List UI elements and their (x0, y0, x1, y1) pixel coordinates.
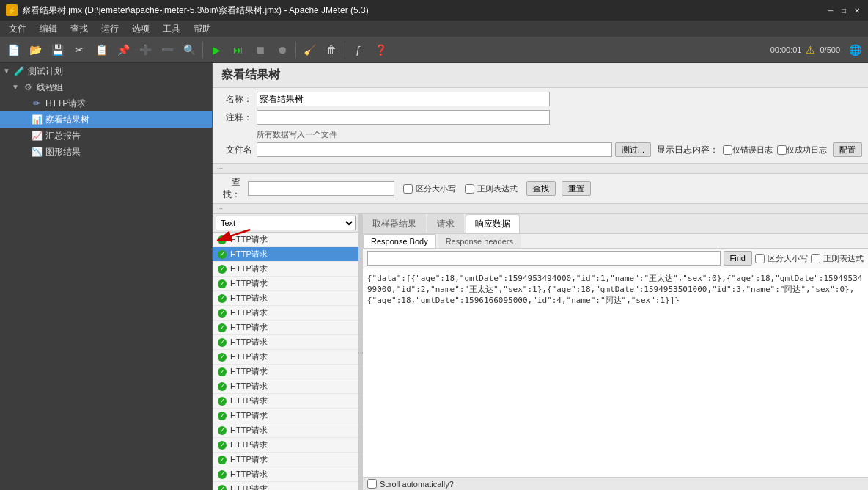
sidebar-item-http[interactable]: ✏ HTTP请求 (0, 95, 212, 111)
search-label: 查找： (218, 176, 245, 201)
error-count: 0/500 (820, 45, 840, 54)
response-regex-checkbox[interactable] (811, 254, 820, 263)
minimize-button[interactable]: ─ (825, 5, 836, 15)
request-item[interactable]: ✓HTTP请求 (213, 306, 358, 321)
menu-edit[interactable]: 编辑 (34, 21, 63, 37)
start-no-pause-button[interactable]: ⏭ (228, 40, 249, 60)
request-item-label: HTTP请求 (230, 351, 268, 362)
cut-button[interactable]: ✂ (69, 40, 89, 60)
function-helper-button[interactable]: ƒ (348, 40, 369, 60)
status-icon: ✓ (217, 455, 227, 465)
request-item[interactable]: ✓HTTP请求 (213, 350, 358, 365)
request-item[interactable]: ✓HTTP请求 (213, 409, 358, 423)
error-log-checkbox[interactable] (723, 145, 732, 155)
add-button[interactable]: ➕ (135, 40, 155, 60)
sidebar-label-threadgroup: 线程组 (37, 81, 63, 94)
request-item[interactable]: ✓HTTP请求 (213, 467, 358, 482)
file-input[interactable] (257, 142, 612, 157)
name-input[interactable] (257, 92, 550, 106)
status-icon: ✓ (217, 381, 227, 392)
response-case-checkbox[interactable] (755, 254, 765, 263)
paste-button[interactable]: 📌 (113, 40, 133, 60)
request-item-label: HTTP请求 (230, 483, 268, 490)
request-item[interactable]: ✓HTTP请求 (213, 262, 358, 277)
sidebar-item-testplan[interactable]: ▼ 🧪 测试计划 (0, 63, 212, 79)
tab-response-data[interactable]: 响应数据 (466, 214, 520, 233)
panel-header: 察看结果树 (213, 63, 868, 88)
browse-button[interactable]: 🔍 (179, 40, 199, 60)
sidebar-item-threadgroup[interactable]: ▼ ⚙ 线程组 (0, 79, 212, 95)
sidebar-label-http: HTTP请求 (45, 98, 86, 110)
expand-icon-http (21, 99, 29, 108)
tab-sampler-results[interactable]: 取样器结果 (363, 214, 426, 233)
response-find-button[interactable]: Find (724, 251, 752, 266)
scroll-auto-checkbox[interactable] (367, 479, 377, 489)
request-item[interactable]: ✓HTTP请求 (213, 482, 358, 490)
request-item-label: HTTP请求 (230, 381, 268, 392)
reset-button[interactable]: 重置 (562, 181, 591, 196)
start-button[interactable]: ▶ (206, 40, 227, 60)
response-content: {"data":[{"age":18,"gmtDate":15949534940… (363, 268, 868, 477)
maximize-button[interactable]: □ (839, 5, 849, 15)
search-row: 查找： 区分大小写 正则表达式 查找 重置 (213, 174, 868, 204)
dots-row-bottom[interactable]: ··· (213, 204, 868, 214)
request-item-label: HTTP请求 (230, 307, 268, 318)
listener-icon: 📊 (31, 114, 43, 125)
clear-all-button[interactable]: 🗑 (321, 40, 342, 60)
request-item[interactable]: ✓HTTP请求 (213, 247, 358, 262)
sidebar-item-graph[interactable]: 📉 图形结果 (0, 144, 212, 160)
request-item[interactable]: ✓HTTP请求 (213, 438, 358, 453)
new-button[interactable]: 📄 (3, 40, 23, 60)
sidebar-item-report[interactable]: 📈 汇总报告 (0, 128, 212, 144)
close-button[interactable]: ✕ (852, 5, 862, 15)
status-icon: ✓ (217, 440, 227, 450)
help-button[interactable]: ❓ (370, 40, 391, 60)
request-item[interactable]: ✓HTTP请求 (213, 365, 358, 379)
stop-button[interactable]: ⏹ (250, 40, 271, 60)
regex-checkbox[interactable] (465, 184, 474, 194)
request-item-label: HTTP请求 (230, 439, 268, 450)
find-button[interactable]: 查找 (526, 181, 556, 196)
sidebar-item-resulttree[interactable]: 📊 察看结果树 (0, 111, 212, 128)
request-item[interactable]: ✓HTTP请求 (213, 277, 358, 291)
sidebar-label-testplan: 测试计划 (28, 65, 63, 78)
browse-file-button[interactable]: 测过... (615, 142, 651, 157)
remote-button[interactable]: 🌐 (845, 40, 865, 60)
menu-find[interactable]: 查找 (65, 21, 94, 37)
remove-button[interactable]: ➖ (157, 40, 177, 60)
request-item[interactable]: ✓HTTP请求 (213, 423, 358, 438)
sub-tab-response-body[interactable]: Response Body (363, 234, 436, 248)
tab-request[interactable]: 请求 (427, 214, 464, 233)
search-input[interactable] (248, 181, 394, 196)
open-button[interactable]: 📂 (25, 40, 45, 60)
copy-button[interactable]: 📋 (91, 40, 111, 60)
dots-icon-2: ··· (217, 205, 223, 213)
shutdown-button[interactable]: ⏺ (272, 40, 293, 60)
response-search-input[interactable] (367, 251, 721, 266)
config-button[interactable]: 配置 (833, 142, 862, 157)
request-item[interactable]: ✓HTTP请求 (213, 335, 358, 350)
request-item-label: HTTP请求 (230, 395, 268, 406)
request-item[interactable]: ✓HTTP请求 (213, 291, 358, 306)
request-item[interactable]: ✓HTTP请求 (213, 233, 358, 247)
menu-file[interactable]: 文件 (3, 21, 32, 37)
case-sensitive-checkbox[interactable] (403, 184, 413, 194)
request-item[interactable]: ✓HTTP请求 (213, 453, 358, 467)
request-item[interactable]: ✓HTTP请求 (213, 394, 358, 409)
menu-help[interactable]: 帮助 (188, 21, 217, 37)
request-item[interactable]: ✓HTTP请求 (213, 379, 358, 394)
format-select[interactable]: Text (216, 216, 356, 230)
menu-tools[interactable]: 工具 (157, 21, 186, 37)
dots-row-top[interactable]: ··· (213, 164, 868, 174)
comment-input[interactable] (257, 110, 550, 125)
file-label: 文件名 (218, 144, 257, 156)
clear-button[interactable]: 🧹 (299, 40, 320, 60)
success-log-checkbox[interactable] (777, 145, 787, 155)
lower-area: Text ✓HTTP请求✓HTTP请求✓HTTP请求✓HTTP请求✓HTTP请求… (213, 214, 868, 490)
menu-run[interactable]: 运行 (95, 21, 125, 37)
request-item[interactable]: ✓HTTP请求 (213, 321, 358, 335)
sub-tab-response-headers[interactable]: Response headers (438, 234, 521, 248)
menu-options[interactable]: 选项 (126, 21, 155, 37)
save-button[interactable]: 💾 (47, 40, 67, 60)
main-layout: ▼ 🧪 测试计划 ▼ ⚙ 线程组 ✏ HTTP请求 📊 察看结果树 📈 汇总报告 (0, 63, 868, 490)
